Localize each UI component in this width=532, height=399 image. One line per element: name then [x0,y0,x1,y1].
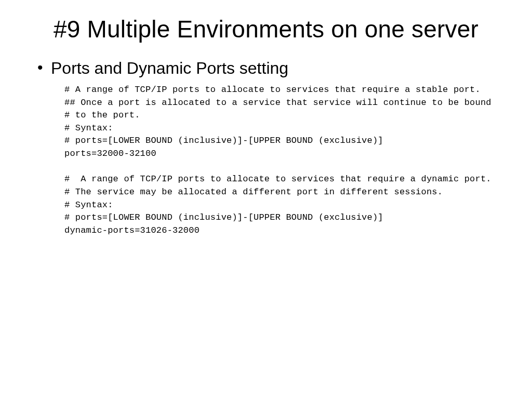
slide-container: #9 Multiple Environments on one server P… [0,0,532,258]
code-block-ports-config: # A range of TCP/IP ports to allocate to… [36,84,496,237]
bullet-list: Ports and Dynamic Ports setting [36,58,496,78]
slide-title: #9 Multiple Environments on one server [36,16,496,43]
bullet-text: Ports and Dynamic Ports setting [51,59,288,77]
bullet-item-ports: Ports and Dynamic Ports setting [51,58,496,78]
